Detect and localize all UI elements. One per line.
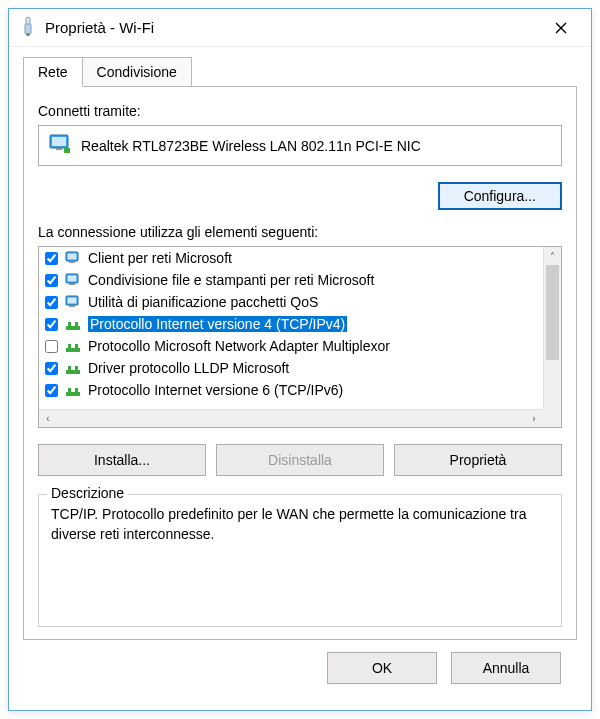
svg-rect-1 <box>25 24 31 34</box>
tab-panel: Connetti tramite: Realtek RTL8723BE Wire… <box>23 86 577 640</box>
tab-row: Rete Condivisione <box>23 57 577 87</box>
svg-rect-7 <box>56 148 62 150</box>
svg-rect-10 <box>68 254 77 260</box>
svg-rect-6 <box>52 137 66 146</box>
horizontal-scrollbar[interactable]: ‹ › <box>39 409 543 427</box>
description-legend: Descrizione <box>47 485 128 501</box>
list-item-label: Driver protocollo LLDP Microsoft <box>88 360 289 376</box>
nic-name: Realtek RTL8723BE Wireless LAN 802.11n P… <box>81 138 421 154</box>
dialog-window: Proprietà - Wi-Fi Rete Condivisione Conn… <box>8 8 592 711</box>
svg-rect-14 <box>69 283 75 285</box>
cancel-button[interactable]: Annulla <box>451 652 561 684</box>
list-item-checkbox[interactable] <box>45 252 58 265</box>
list-item[interactable]: Protocollo Internet versione 4 (TCP/IPv4… <box>39 313 561 335</box>
list-item-label: Protocollo Internet versione 6 (TCP/IPv6… <box>88 382 343 398</box>
list-item-checkbox[interactable] <box>45 362 58 375</box>
list-item[interactable]: Condivisione file e stampanti per reti M… <box>39 269 561 291</box>
svg-rect-21 <box>66 348 80 352</box>
protocol-icon <box>64 339 82 353</box>
list-item-checkbox[interactable] <box>45 274 58 287</box>
svg-rect-29 <box>75 388 78 392</box>
ok-button[interactable]: OK <box>327 652 437 684</box>
list-item-label: Protocollo Microsoft Network Adapter Mul… <box>88 338 390 354</box>
service-icon <box>64 295 82 309</box>
svg-rect-27 <box>66 392 80 396</box>
wifi-adapter-icon <box>19 15 37 40</box>
vertical-scrollbar[interactable]: ˄ ˅ <box>543 247 561 409</box>
chevron-left-icon: ‹ <box>46 413 49 424</box>
list-item-label: Condivisione file e stampanti per reti M… <box>88 272 374 288</box>
svg-rect-26 <box>75 366 78 370</box>
svg-rect-2 <box>27 33 30 36</box>
properties-button[interactable]: Proprietà <box>394 444 562 476</box>
scroll-left-button[interactable]: ‹ <box>39 410 57 428</box>
svg-rect-22 <box>68 344 71 348</box>
svg-rect-16 <box>68 298 77 304</box>
svg-rect-18 <box>66 326 80 330</box>
elements-label: La connessione utilizza gli elementi seg… <box>38 224 562 240</box>
install-button[interactable]: Installa... <box>38 444 206 476</box>
svg-rect-20 <box>75 322 78 326</box>
content-area: Rete Condivisione Connetti tramite: Real… <box>9 47 591 710</box>
scroll-thumb[interactable] <box>546 265 559 360</box>
svg-rect-23 <box>75 344 78 348</box>
svg-rect-17 <box>69 305 75 307</box>
svg-rect-8 <box>64 148 70 153</box>
list-item[interactable]: Protocollo Microsoft Network Adapter Mul… <box>39 335 561 357</box>
service-icon <box>64 251 82 265</box>
connection-items-listbox[interactable]: Client per reti MicrosoftCondivisione fi… <box>38 246 562 428</box>
svg-rect-28 <box>68 388 71 392</box>
connect-label: Connetti tramite: <box>38 103 562 119</box>
monitor-icon <box>49 134 71 157</box>
protocol-icon <box>64 383 82 397</box>
list-item-label: Protocollo Internet versione 4 (TCP/IPv4… <box>88 316 347 332</box>
scroll-right-button[interactable]: › <box>525 410 543 428</box>
close-icon <box>555 22 567 34</box>
nic-box: Realtek RTL8723BE Wireless LAN 802.11n P… <box>38 125 562 166</box>
chevron-right-icon: › <box>532 413 535 424</box>
list-item-checkbox[interactable] <box>45 318 58 331</box>
window-title: Proprietà - Wi-Fi <box>45 19 541 36</box>
titlebar: Proprietà - Wi-Fi <box>9 9 591 47</box>
protocol-icon <box>64 317 82 331</box>
list-item-label: Utilità di pianificazione pacchetti QoS <box>88 294 318 310</box>
scroll-corner <box>543 409 561 427</box>
chevron-up-icon: ˄ <box>550 251 555 262</box>
list-item[interactable]: Driver protocollo LLDP Microsoft <box>39 357 561 379</box>
list-item-checkbox[interactable] <box>45 296 58 309</box>
svg-rect-19 <box>68 322 71 326</box>
list-item-checkbox[interactable] <box>45 384 58 397</box>
configure-button[interactable]: Configura... <box>438 182 562 210</box>
uninstall-button: Disinstalla <box>216 444 384 476</box>
svg-rect-13 <box>68 276 77 282</box>
description-text: TCP/IP. Protocollo predefinito per le WA… <box>51 505 549 544</box>
list-item-label: Client per reti Microsoft <box>88 250 232 266</box>
list-item[interactable]: Utilità di pianificazione pacchetti QoS <box>39 291 561 313</box>
scroll-up-button[interactable]: ˄ <box>544 247 561 265</box>
protocol-icon <box>64 361 82 375</box>
svg-rect-11 <box>69 261 75 263</box>
tab-condivisione[interactable]: Condivisione <box>82 57 192 87</box>
svg-rect-25 <box>68 366 71 370</box>
close-button[interactable] <box>541 12 581 44</box>
tab-rete[interactable]: Rete <box>23 57 83 87</box>
svg-rect-24 <box>66 370 80 374</box>
service-icon <box>64 273 82 287</box>
list-item[interactable]: Protocollo Internet versione 6 (TCP/IPv6… <box>39 379 561 401</box>
description-group: Descrizione TCP/IP. Protocollo predefini… <box>38 494 562 627</box>
list-item[interactable]: Client per reti Microsoft <box>39 247 561 269</box>
scroll-track[interactable] <box>544 265 561 391</box>
list-item-checkbox[interactable] <box>45 340 58 353</box>
dialog-footer: OK Annulla <box>23 640 577 700</box>
